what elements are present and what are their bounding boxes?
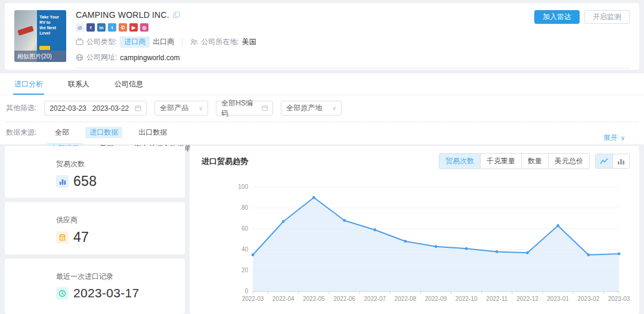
expand-label: 展开 [603, 133, 618, 143]
svg-text:2023-02: 2023-02 [577, 296, 599, 302]
chevron-down-icon: ∨ [199, 105, 203, 111]
metric-trade-count[interactable]: 贸易次数 [439, 154, 480, 169]
bar-chart-toggle-icon[interactable] [612, 154, 629, 168]
tab-company-info[interactable]: 公司信息 [114, 73, 143, 95]
filter-label: 其他筛选: [6, 103, 36, 113]
trade-count-value: 658 [73, 173, 97, 189]
social-twitter-icon[interactable]: t [108, 23, 116, 32]
metric-quantity[interactable]: 数量 [521, 154, 548, 169]
hs-code-select[interactable]: 全部HS编码 [216, 101, 273, 116]
import-trend-line-chart[interactable]: 0204060801002022-032022-042022-052022-06… [192, 172, 636, 312]
exporter-tag[interactable]: 出口商 [153, 37, 174, 47]
tab-contacts[interactable]: 联系人 [68, 73, 89, 95]
chart-type-toggle-group [595, 154, 630, 169]
metric-usd-total[interactable]: 美元总价 [548, 154, 589, 169]
add-to-radar-button[interactable]: 加入雷达 [534, 10, 580, 24]
svg-text:80: 80 [242, 204, 249, 211]
hs-code-value: 全部HS编码 [221, 98, 258, 119]
window-icon [262, 105, 268, 111]
stat-label: 供应商 [56, 215, 185, 225]
svg-text:2022-10: 2022-10 [456, 296, 478, 302]
company-website-link[interactable]: campingworld.com [120, 54, 179, 62]
source-option-import-data[interactable]: 进口数据 [85, 127, 122, 138]
analysis-section: 进口分析 联系人 公司信息 其他筛选: 2022-03-23 2023-03-2… [0, 73, 644, 144]
location-label: 公司所在地: [201, 37, 239, 47]
stat-card-last-import: 最近一次进口记录 2023-03-17 [5, 259, 185, 314]
origin-select[interactable]: 全部原产地 ∨ [281, 101, 342, 116]
svg-text:0: 0 [244, 288, 248, 294]
svg-text:2022-08: 2022-08 [394, 296, 416, 302]
company-header-card: Take Your RV to the Next Level 相似图片(20) … [5, 3, 639, 70]
svg-text:2022-09: 2022-09 [425, 296, 447, 302]
similar-images-link[interactable]: 相似图片(20) [14, 51, 66, 62]
social-email-icon[interactable]: @ [76, 23, 84, 32]
filter-bar: 其他筛选: 2022-03-23 2023-03-22 全部产品 ∨ 全部HS编… [0, 95, 644, 116]
chevron-down-icon: ∨ [332, 105, 336, 111]
product-select[interactable]: 全部产品 ∨ [154, 101, 208, 116]
enable-monitoring-button[interactable]: 开启监测 [584, 10, 630, 24]
svg-text:2022-03: 2022-03 [242, 296, 264, 302]
svg-text:2022-04: 2022-04 [273, 296, 295, 302]
svg-text:60: 60 [242, 225, 249, 232]
company-logo[interactable]: Take Your RV to the Next Level 相似图片(20) [14, 10, 66, 62]
date-start: 2022-03-23 [49, 104, 86, 113]
svg-text:40: 40 [242, 246, 249, 253]
product-select-value: 全部产品 [160, 103, 188, 113]
chart-title: 进口贸易趋势 [202, 156, 248, 167]
social-instagram-icon[interactable]: ◎ [140, 23, 148, 32]
svg-text:2023-03: 2023-03 [608, 296, 630, 302]
stat-label: 贸易次数 [56, 159, 185, 169]
bar-chart-icon [56, 175, 69, 188]
stat-card-trade-count: 贸易次数 658 [5, 146, 185, 198]
date-end: 2023-03-22 [92, 104, 129, 113]
clock-icon [56, 287, 69, 300]
tabs-bar: 进口分析 联系人 公司信息 [0, 73, 644, 95]
social-youtube-icon[interactable]: ▶ [129, 23, 138, 32]
social-facebook-icon[interactable]: f [86, 23, 95, 32]
import-trend-card: 进口贸易趋势 贸易次数 千克重量 数量 美元总价 020406080100202… [190, 146, 639, 314]
suppliers-value: 47 [73, 229, 89, 245]
svg-text:100: 100 [238, 184, 248, 190]
last-import-date-value: 2023-03-17 [73, 286, 139, 300]
chevron-down-icon: ∨ [621, 135, 625, 141]
copy-icon[interactable] [173, 11, 180, 18]
social-icons-row: @fint✆▶◎ [76, 23, 630, 32]
importer-tag[interactable]: 进口商 [120, 36, 150, 48]
expand-toggle[interactable]: 展开 ∨ [603, 133, 625, 143]
company-type-icon [76, 38, 83, 46]
stat-card-suppliers: 供应商 47 [5, 202, 185, 254]
website-label: 公司网址: [86, 52, 117, 63]
svg-text:2022-11: 2022-11 [486, 296, 507, 302]
stat-label: 最近一次进口记录 [56, 272, 185, 282]
logo-badge [39, 46, 50, 50]
calendar-icon [135, 105, 141, 111]
dotted-divider [76, 68, 630, 69]
svg-text:2022-05: 2022-05 [303, 296, 325, 302]
shop-icon [56, 231, 69, 244]
location-icon [190, 38, 198, 46]
svg-text:2022-12: 2022-12 [516, 296, 538, 302]
company-name: CAMPING WORLD INC. [76, 10, 169, 20]
origin-select-value: 全部原产地 [286, 103, 322, 113]
source-option-export-data[interactable]: 出口数据 [134, 127, 171, 138]
metric-kg-weight[interactable]: 千克重量 [480, 154, 521, 169]
tab-import-analysis[interactable]: 进口分析 [14, 73, 43, 95]
svg-text:2022-06: 2022-06 [333, 296, 355, 302]
logo-slogan-line2: the Next Level [39, 25, 64, 36]
social-linkedin-icon[interactable]: in [97, 23, 106, 32]
data-source-label: 数据来源: [6, 128, 36, 138]
svg-text:2022-07: 2022-07 [364, 296, 386, 302]
line-chart-toggle-icon[interactable] [596, 154, 612, 168]
source-option-all[interactable]: 全部 [51, 127, 73, 138]
svg-text:2023-01: 2023-01 [547, 296, 569, 302]
location-value: 美国 [242, 37, 256, 47]
logo-slogan-line1: Take Your RV to [39, 14, 64, 25]
date-range-picker[interactable]: 2022-03-23 2023-03-22 [44, 101, 147, 116]
svg-text:20: 20 [242, 267, 249, 273]
social-phone-icon[interactable]: ✆ [119, 23, 127, 32]
globe-icon [76, 54, 83, 61]
company-type-label: 公司类型: [86, 37, 117, 47]
divider [182, 39, 182, 46]
metric-toggle-group: 贸易次数 千克重量 数量 美元总价 [439, 153, 590, 169]
